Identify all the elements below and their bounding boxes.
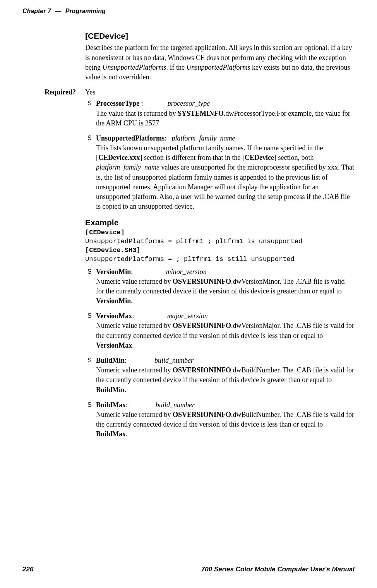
key-value: major_version bbox=[167, 312, 208, 320]
content-area: [CEDevice] Describes the platform for th… bbox=[22, 30, 355, 553]
example-code: [CEDevice] UnsupportedPlatforms = pltfrm… bbox=[85, 228, 355, 264]
key-name: BuildMin bbox=[96, 357, 125, 364]
key-name: BuildMax bbox=[96, 401, 126, 409]
header-chapter: Chapter 7 bbox=[22, 8, 51, 14]
section-title: [CEDevice] bbox=[85, 30, 355, 41]
colon: : bbox=[165, 134, 166, 142]
header-sep: — bbox=[55, 8, 61, 14]
bullet-desc: Numeric value returned by OSVERSIONINFO.… bbox=[96, 411, 354, 438]
bullet-desc: The value that is returned by SYSTEMINFO… bbox=[96, 110, 350, 127]
colon: : bbox=[139, 99, 143, 107]
colon: : bbox=[131, 268, 133, 276]
section-body: Describes the platform for the targeted … bbox=[85, 43, 355, 82]
key-name: VersionMin bbox=[96, 268, 131, 276]
bullet-build-min: BuildMin: build_number Numeric value ret… bbox=[85, 356, 355, 395]
code-line-1: [CEDevice] bbox=[85, 229, 125, 236]
key-value: build_number bbox=[156, 401, 195, 409]
key-value: build_number bbox=[154, 357, 194, 364]
bullet-processor-type: ProcessorType : processor_type The value… bbox=[85, 99, 355, 128]
bullet-desc: Numeric value returned by OSVERSIONINFO.… bbox=[96, 322, 354, 349]
bullet-desc: Numeric value returned by OSVERSIONINFO.… bbox=[96, 278, 345, 305]
bullet-desc: This lists known unsupported platform fa… bbox=[96, 144, 354, 210]
colon: : bbox=[132, 312, 134, 320]
required-label: Required? bbox=[45, 88, 76, 96]
key-value: minor_version bbox=[166, 268, 207, 276]
bullet-desc: Numeric value returned by OSVERSIONINFO.… bbox=[96, 366, 354, 393]
page-footer: 226 700 Series Color Mobile Computer Use… bbox=[22, 565, 355, 574]
key-name: ProcessorType bbox=[96, 99, 139, 107]
code-line-3: [CEDevice.SH3] bbox=[85, 247, 141, 254]
page-header: Chapter 7 — Programming bbox=[22, 7, 106, 15]
page-number: 226 bbox=[22, 565, 33, 574]
key-name: UnsupportedPlatforms bbox=[96, 134, 165, 142]
required-value: Yes bbox=[85, 88, 95, 96]
bullet-version-max: VersionMax: major_version Numeric value … bbox=[85, 311, 355, 350]
bullets-list-1: ProcessorType : processor_type The value… bbox=[85, 99, 355, 211]
key-name: VersionMax bbox=[96, 312, 132, 320]
example-title: Example bbox=[85, 217, 355, 228]
key-value: platform_family_name bbox=[172, 134, 235, 142]
bullet-unsupported-platforms: UnsupportedPlatforms: platform_family_na… bbox=[85, 134, 355, 212]
colon: : bbox=[125, 357, 127, 364]
header-title: Programming bbox=[65, 8, 106, 14]
bullet-build-max: BuildMax: build_number Numeric value ret… bbox=[85, 400, 355, 439]
bullets-list-2: VersionMin: minor_version Numeric value … bbox=[85, 267, 355, 439]
key-value: processor_type bbox=[168, 99, 210, 107]
code-line-2: UnsupportedPlatforms = pltfrm1 ; pltfrm1… bbox=[85, 238, 302, 245]
code-line-4: UnsupportedPlatforms = ; pltfrm1 is stil… bbox=[85, 255, 295, 263]
colon: : bbox=[126, 401, 128, 409]
manual-title: 700 Series Color Mobile Computer User's … bbox=[201, 565, 355, 574]
bullet-version-min: VersionMin: minor_version Numeric value … bbox=[85, 267, 355, 306]
